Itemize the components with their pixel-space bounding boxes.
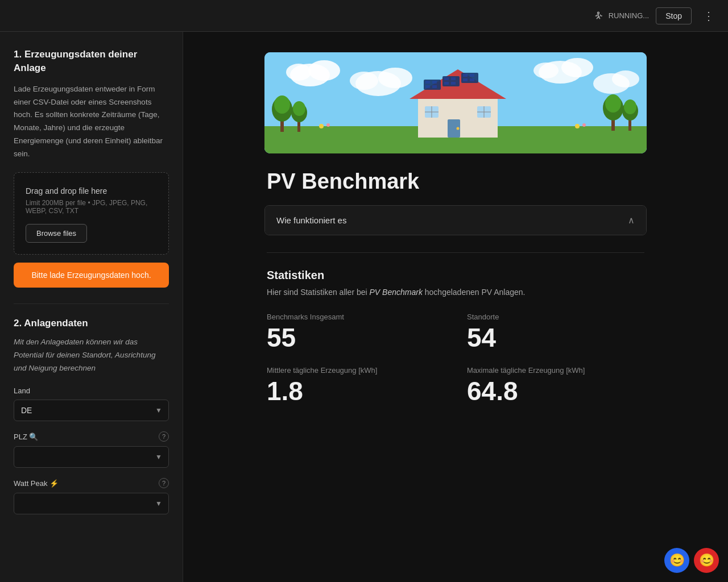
stats-grid: Benchmarks Insgesamt 55 Standorte 54 Mit…: [264, 313, 647, 405]
stat-benchmarks: Benchmarks Insgesamt 55: [267, 313, 444, 352]
main-content: PV Benchmark Wie funktioniert es ∧ Stati…: [183, 32, 728, 582]
plz-select[interactable]: [14, 446, 169, 468]
svg-rect-48: [470, 74, 474, 77]
svg-point-51: [319, 124, 324, 128]
stat-standorte: Standorte 54: [467, 313, 644, 352]
svg-point-10: [533, 63, 559, 78]
section-divider: [14, 304, 169, 304]
svg-point-19: [293, 101, 305, 116]
svg-rect-47: [463, 74, 468, 77]
stats-title: Statistiken: [264, 269, 647, 282]
page-title: PV Benchmark: [264, 169, 647, 194]
stats-divider: [267, 252, 644, 253]
svg-point-22: [605, 94, 621, 113]
svg-rect-49: [463, 78, 468, 81]
maximale-value: 64.8: [467, 377, 644, 406]
stop-button[interactable]: Stop: [656, 7, 692, 24]
hero-image: [264, 52, 647, 153]
upload-prompt-button[interactable]: Bitte lade Erzeugungsdaten hoch.: [14, 263, 169, 288]
section1-description: Lade Erzeugungsdaten entweder in Form ei…: [14, 83, 169, 161]
avatar-blue[interactable]: 😊: [664, 548, 689, 573]
country-label: Land: [14, 386, 169, 395]
svg-point-52: [326, 123, 330, 127]
svg-point-53: [575, 124, 580, 128]
section2-description: Mit den Anlagedaten können wir das Poten…: [14, 336, 169, 375]
standorte-label: Standorte: [467, 313, 644, 321]
svg-point-16: [274, 95, 290, 114]
svg-rect-43: [444, 77, 449, 80]
watt-peak-help-icon[interactable]: ?: [159, 478, 169, 488]
svg-point-4: [286, 64, 311, 81]
section2-title: 2. Anlagendaten: [14, 318, 169, 329]
accordion: Wie funktioniert es ∧: [264, 205, 647, 235]
stat-maximale: Maximale tägliche Erzeugung [kWh] 64.8: [467, 366, 644, 406]
svg-point-3: [308, 60, 340, 81]
svg-rect-39: [425, 81, 430, 84]
stat-mittlere: Mittlere tägliche Erzeugung [kWh] 1.8: [267, 366, 444, 406]
running-label: RUNNING...: [609, 11, 650, 20]
svg-point-7: [350, 72, 378, 90]
topbar: RUNNING... Stop ⋮: [0, 0, 728, 32]
mittlere-label: Mittlere tägliche Erzeugung [kWh]: [267, 366, 444, 375]
plz-help-icon[interactable]: ?: [159, 431, 169, 442]
plz-label: PLZ 🔍 ?: [14, 431, 169, 442]
svg-rect-42: [432, 85, 437, 88]
watt-peak-select-wrapper: ▼: [14, 493, 169, 514]
svg-point-9: [561, 58, 593, 77]
stats-desc-suffix: hochgeladenen PV Anlagen.: [423, 288, 526, 297]
country-select[interactable]: DE AT CH: [14, 400, 169, 421]
svg-point-29: [457, 127, 460, 130]
running-icon: [593, 10, 604, 22]
accordion-chevron-icon: ∧: [628, 215, 635, 226]
svg-rect-41: [425, 85, 430, 88]
svg-rect-46: [451, 82, 456, 85]
bottom-avatars: 😊 😊: [664, 548, 719, 573]
avatar-red[interactable]: 😊: [694, 548, 719, 573]
accordion-header[interactable]: Wie funktioniert es ∧: [265, 206, 646, 235]
svg-point-25: [624, 99, 636, 114]
accordion-label: Wie funktioniert es: [276, 215, 346, 225]
svg-point-6: [378, 68, 412, 88]
watt-peak-label: Watt Peak ⚡ ?: [14, 478, 169, 488]
dropzone-label: Drag and drop file here: [26, 186, 157, 196]
benchmarks-value: 55: [267, 323, 444, 352]
svg-rect-44: [451, 77, 456, 80]
main-layout: 1. Erzeugungsdaten deiner Anlage Lade Er…: [0, 32, 728, 582]
maximale-label: Maximale tägliche Erzeugung [kWh]: [467, 366, 644, 375]
svg-point-12: [612, 70, 639, 88]
stats-description: Hier sind Statistiken aller bei PV Bench…: [264, 288, 647, 297]
watt-peak-select[interactable]: [14, 493, 169, 514]
dropzone[interactable]: Drag and drop file here Limit 200MB per …: [14, 172, 169, 255]
more-button[interactable]: ⋮: [698, 7, 719, 25]
svg-point-0: [597, 12, 599, 14]
section1-title: 1. Erzeugungsdaten deiner Anlage: [14, 48, 169, 75]
content-inner: PV Benchmark Wie funktioniert es ∧ Stati…: [264, 52, 647, 428]
plz-select-wrapper: ▼: [14, 446, 169, 468]
stats-desc-prefix: Hier sind Statistiken aller bei: [267, 288, 370, 297]
svg-rect-40: [432, 81, 437, 84]
stats-desc-brand: PV Benchmark: [370, 288, 423, 297]
mittlere-value: 1.8: [267, 377, 444, 406]
running-status: RUNNING...: [593, 10, 650, 22]
browse-files-button[interactable]: Browse files: [26, 224, 87, 243]
dropzone-limit: Limit 200MB per file • JPG, JPEG, PNG, W…: [26, 199, 157, 215]
svg-point-54: [582, 123, 586, 127]
sidebar: 1. Erzeugungsdaten deiner Anlage Lade Er…: [0, 32, 183, 582]
svg-rect-50: [470, 78, 474, 81]
standorte-value: 54: [467, 323, 644, 352]
benchmarks-label: Benchmarks Insgesamt: [267, 313, 444, 321]
country-select-wrapper: DE AT CH ▼: [14, 400, 169, 421]
svg-rect-45: [444, 82, 449, 85]
